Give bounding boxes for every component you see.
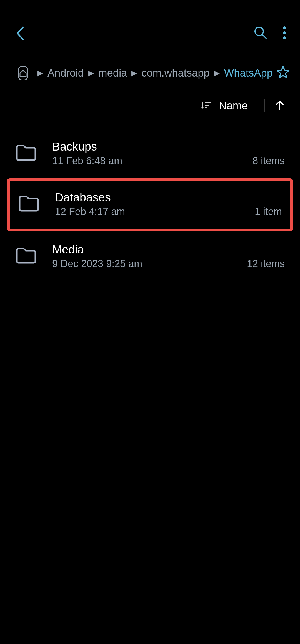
svg-point-0 — [255, 27, 263, 36]
breadcrumb-separator-icon: ▶ — [214, 69, 220, 77]
breadcrumb-item[interactable]: media — [98, 67, 127, 79]
folder-item[interactable]: Backups 11 Feb 6:48 am 8 items — [0, 132, 300, 175]
sort-bar: Name — [0, 89, 300, 122]
folder-name: Media — [52, 243, 285, 256]
breadcrumb-separator-icon: ▶ — [131, 69, 137, 77]
folder-content: Media 9 Dec 2023 9:25 am 12 items — [52, 243, 285, 270]
toolbar — [0, 0, 300, 50]
sort-icon — [201, 100, 212, 110]
folder-name: Backups — [52, 140, 285, 153]
folder-date: 11 Feb 6:48 am — [52, 155, 122, 167]
more-menu-button[interactable] — [283, 26, 286, 40]
divider — [264, 99, 265, 112]
arrow-up-icon — [275, 100, 285, 111]
folder-item[interactable]: Media 9 Dec 2023 9:25 am 12 items — [0, 235, 300, 278]
chevron-left-icon — [15, 25, 25, 42]
folder-count: 1 item — [255, 206, 282, 217]
home-button[interactable] — [18, 66, 28, 80]
star-icon — [276, 65, 290, 78]
folder-count: 12 items — [247, 258, 285, 270]
file-list: Backups 11 Feb 6:48 am 8 items Databases… — [0, 122, 300, 278]
svg-point-3 — [283, 31, 286, 34]
breadcrumb-separator-icon: ▶ — [38, 69, 43, 77]
sort-label[interactable]: Name — [219, 100, 258, 112]
breadcrumb-item[interactable]: com.whatsapp — [141, 67, 209, 79]
breadcrumb: ▶ Android ▶ media ▶ com.whatsapp ▶ Whats… — [0, 50, 300, 89]
search-button[interactable] — [254, 26, 268, 41]
folder-icon — [15, 144, 37, 163]
folder-content: Databases 12 Feb 4:17 am 1 item — [55, 191, 282, 217]
folder-item[interactable]: Databases 12 Feb 4:17 am 1 item — [7, 178, 293, 231]
svg-point-2 — [283, 26, 286, 29]
more-vertical-icon — [283, 26, 286, 39]
folder-date: 12 Feb 4:17 am — [55, 206, 125, 217]
divider — [58, 175, 285, 175]
breadcrumb-item-current: WhatsApp — [224, 67, 273, 79]
folder-icon — [18, 195, 40, 214]
breadcrumb-separator-icon: ▶ — [88, 69, 94, 77]
home-icon — [19, 69, 27, 77]
svg-line-1 — [262, 35, 266, 38]
sort-direction-button[interactable] — [275, 100, 285, 112]
folder-date: 9 Dec 2023 9:25 am — [52, 258, 142, 270]
folder-count: 8 items — [252, 155, 285, 167]
svg-point-4 — [283, 36, 286, 39]
back-button[interactable] — [15, 25, 25, 42]
breadcrumb-item[interactable]: Android — [48, 67, 84, 79]
folder-content: Backups 11 Feb 6:48 am 8 items — [52, 140, 285, 167]
favorite-button[interactable] — [276, 65, 290, 81]
sort-button[interactable] — [201, 100, 212, 111]
search-icon — [254, 26, 268, 40]
folder-icon — [15, 247, 37, 266]
folder-name: Databases — [55, 191, 282, 204]
